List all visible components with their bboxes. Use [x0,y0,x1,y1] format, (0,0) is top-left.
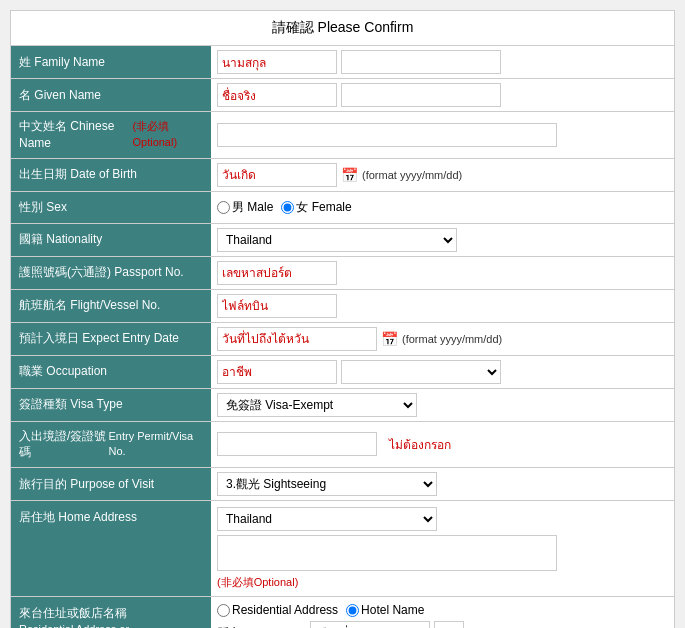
dob-input[interactable] [217,163,337,187]
title-text: 請確認 Please Confirm [272,19,414,35]
entry-permit-en: Entry Permit/Visa No. [108,429,203,460]
sex-male-radio[interactable] [217,201,230,214]
input-cell-dob: 📅 (format yyyy/mm/dd) [211,159,674,191]
form-container: 請確認 Please Confirm 姓 Family Name 名 Given… [10,10,675,628]
city-row: 縣市 City/County [217,621,464,628]
city-input[interactable] [310,621,430,628]
label-family-name: 姓 Family Name [11,46,211,78]
sex-female-label[interactable]: 女 Female [281,199,351,216]
sex-radio-group: 男 Male 女 Female [217,199,352,216]
row-given-name: 名 Given Name [11,79,674,112]
residential-address-text: Residential Address [232,603,338,617]
row-chinese-name: 中文姓名 Chinese Name(非必填Optional) [11,112,674,159]
residential-address-label[interactable]: Residential Address [217,603,338,617]
input-cell-visa-type: 免簽證 Visa-Exempt [211,389,674,421]
input-cell-residential: Residential Address Hotel Name 縣市 City/C… [211,597,674,628]
entry-date-input[interactable] [217,327,377,351]
chinese-name-input[interactable] [217,123,557,147]
label-home-address: 居住地 Home Address [11,501,211,596]
label-entry-permit: 入出境證/簽證號碼 Entry Permit/Visa No. [11,422,211,468]
label-chinese-name: 中文姓名 Chinese Name(非必填Optional) [11,112,211,158]
row-entry-date: 預計入境日 Expect Entry Date 📅 (format yyyy/m… [11,323,674,356]
row-flight: 航班航名 Flight/Vessel No. [11,290,674,323]
row-passport: 護照號碼(六通證) Passport No. [11,257,674,290]
row-entry-permit: 入出境證/簽證號碼 Entry Permit/Visa No. ไม่ต้องก… [11,422,674,469]
label-flight: 航班航名 Flight/Vessel No. [11,290,211,322]
residential-radio-group: Residential Address Hotel Name [217,603,424,617]
label-purpose: 旅行目的 Purpose of Visit [11,468,211,500]
input-cell-entry-permit: ไม่ต้องกรอก [211,422,674,468]
row-visa-type: 簽證種類 Visa Type 免簽證 Visa-Exempt [11,389,674,422]
city-select[interactable] [434,621,464,628]
label-passport: 護照號碼(六通證) Passport No. [11,257,211,289]
label-occupation: 職業 Occupation [11,356,211,388]
home-address-textarea[interactable] [217,535,557,571]
input-cell-family-name [211,46,674,78]
input-cell-occupation [211,356,674,388]
row-family-name: 姓 Family Name [11,46,674,79]
visa-type-select[interactable]: 免簽證 Visa-Exempt [217,393,417,417]
residential-en1: Residential Address or [19,622,129,628]
residential-zh: 來台住址或飯店名稱 [19,605,127,622]
flight-input[interactable] [217,294,337,318]
residential-address-radio[interactable] [217,604,230,617]
hotel-name-radio[interactable] [346,604,359,617]
label-given-name: 名 Given Name [11,79,211,111]
home-address-optional: (非必填Optional) [217,575,298,590]
dob-input-group: 📅 (format yyyy/mm/dd) [217,163,462,187]
sex-male-label[interactable]: 男 Male [217,199,273,216]
dob-format-hint: (format yyyy/mm/dd) [362,169,462,181]
given-name-input[interactable] [217,83,337,107]
entry-permit-note: ไม่ต้องกรอก [389,435,451,454]
entry-permit-zh: 入出境證/簽證號碼 [19,428,108,462]
input-cell-home-address: Thailand (非必填Optional) [211,501,674,596]
occupation-select[interactable] [341,360,501,384]
label-nationality: 國籍 Nationality [11,224,211,256]
home-address-select[interactable]: Thailand [217,507,437,531]
sex-female-radio[interactable] [281,201,294,214]
row-nationality: 國籍 Nationality Thailand [11,224,674,257]
input-cell-flight [211,290,674,322]
sex-female-text: 女 Female [296,199,351,216]
input-cell-passport [211,257,674,289]
row-purpose: 旅行目的 Purpose of Visit 3.觀光 Sightseeing [11,468,674,501]
form-title: 請確認 Please Confirm [11,11,674,46]
label-dob: 出生日期 Date of Birth [11,159,211,191]
input-cell-given-name [211,79,674,111]
calendar-icon[interactable]: 📅 [341,167,358,183]
row-dob: 出生日期 Date of Birth 📅 (format yyyy/mm/dd) [11,159,674,192]
row-occupation: 職業 Occupation [11,356,674,389]
entry-date-format-hint: (format yyyy/mm/dd) [402,333,502,345]
row-sex: 性別 Sex 男 Male 女 Female [11,192,674,224]
label-visa-type: 簽證種類 Visa Type [11,389,211,421]
label-entry-date: 預計入境日 Expect Entry Date [11,323,211,355]
input-cell-purpose: 3.觀光 Sightseeing [211,468,674,500]
label-residential: 來台住址或飯店名稱 Residential Address or Hotel N… [11,597,211,628]
family-name-input2[interactable] [341,50,501,74]
input-cell-sex: 男 Male 女 Female [211,192,674,223]
input-cell-entry-date: 📅 (format yyyy/mm/dd) [211,323,674,355]
sex-male-text: 男 Male [232,199,273,216]
hotel-name-text: Hotel Name [361,603,424,617]
entry-date-calendar-icon[interactable]: 📅 [381,331,398,347]
entry-date-input-group: 📅 (format yyyy/mm/dd) [217,327,502,351]
row-home-address: 居住地 Home Address Thailand (非必填Optional) [11,501,674,597]
passport-input[interactable] [217,261,337,285]
entry-permit-input[interactable] [217,432,377,456]
label-sex: 性別 Sex [11,192,211,223]
family-name-input[interactable] [217,50,337,74]
row-residential: 來台住址或飯店名稱 Residential Address or Hotel N… [11,597,674,628]
occupation-input[interactable] [217,360,337,384]
given-name-input2[interactable] [341,83,501,107]
purpose-select[interactable]: 3.觀光 Sightseeing [217,472,437,496]
input-cell-chinese-name [211,112,674,158]
nationality-select[interactable]: Thailand [217,228,457,252]
input-cell-nationality: Thailand [211,224,674,256]
hotel-name-label[interactable]: Hotel Name [346,603,424,617]
